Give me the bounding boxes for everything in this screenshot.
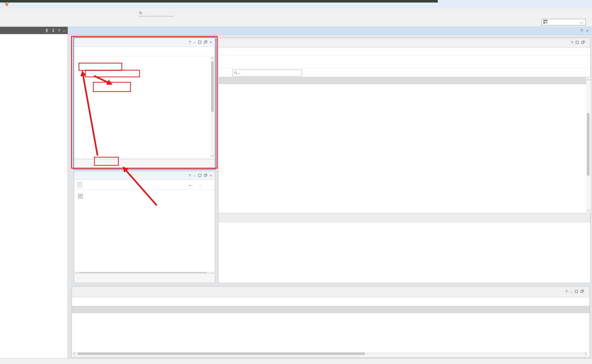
help-icon[interactable]: ? <box>189 173 191 178</box>
forward-arrow-icon[interactable]: → <box>197 182 202 188</box>
properties-title-bar: ?–× <box>74 171 215 180</box>
flow-navigator-header: ? – <box>0 27 68 34</box>
back-arrow-icon[interactable]: ← <box>188 182 193 188</box>
design-runs-panel: ?– <box>72 286 590 357</box>
float-panel-icon[interactable] <box>204 173 207 178</box>
layout-grid-icon <box>543 20 547 25</box>
enabled-checkbox-row[interactable]: ✓ <box>78 193 86 199</box>
minimize-panel-icon[interactable]: – <box>193 40 196 45</box>
window-maximize-button[interactable] <box>568 2 577 7</box>
search-icon <box>139 11 142 15</box>
maximize-panel-icon[interactable] <box>576 40 579 45</box>
ip-catalog-search-row <box>218 68 590 78</box>
help-icon[interactable]: ? <box>189 40 191 45</box>
checkbox-checked-icon[interactable]: ✓ <box>78 194 83 199</box>
close-icon[interactable]: × <box>586 28 589 33</box>
window-close-button[interactable] <box>581 2 589 7</box>
sources-panel: ?–× <box>74 38 215 169</box>
source-file-properties-panel: ?–× ← → ✓ <box>74 171 215 283</box>
design-runs-table <box>72 313 586 351</box>
float-panel-icon[interactable] <box>581 40 585 45</box>
maximize-panel-icon[interactable] <box>575 289 578 294</box>
properties-tab-bar <box>74 273 215 283</box>
float-panel-icon[interactable] <box>580 289 584 294</box>
flow-navigator: ? – <box>0 27 68 358</box>
cores-interfaces-bar <box>218 48 590 56</box>
properties-fields: ✓ <box>74 189 211 272</box>
sources-tree <box>74 57 211 158</box>
minimize-panel-icon[interactable]: – <box>193 173 196 178</box>
minimize-panel-icon[interactable]: – <box>570 289 572 294</box>
quick-access-search[interactable] <box>139 10 174 16</box>
project-manager-header: ?× <box>68 27 592 35</box>
bottom-tab-bar <box>72 287 589 297</box>
maximize-panel-icon[interactable] <box>198 40 201 45</box>
close-panel-icon[interactable]: × <box>210 173 212 178</box>
layout-selector[interactable] <box>541 19 586 25</box>
details-header <box>218 213 590 223</box>
desktop-strip <box>0 0 438 3</box>
sources-toolbar <box>74 47 215 56</box>
status-bar <box>0 358 592 364</box>
file-icon <box>78 182 82 187</box>
design-runs-hscrollbar[interactable] <box>73 352 587 356</box>
sources-scrollbar[interactable] <box>211 57 214 158</box>
collapse-all-icon[interactable] <box>45 28 49 32</box>
search-input[interactable] <box>232 70 302 76</box>
document-tab-bar <box>218 38 590 48</box>
sources-title-bar: ?–× <box>74 38 215 47</box>
search-label <box>223 68 229 77</box>
ip-catalog-panel: ? <box>218 38 591 283</box>
main-toolbar <box>0 17 592 27</box>
design-runs-table-header[interactable] <box>72 306 589 313</box>
minimize-panel-icon[interactable]: – <box>63 28 65 33</box>
help-icon[interactable]: ? <box>58 28 60 33</box>
close-panel-icon[interactable]: × <box>210 40 212 45</box>
help-icon[interactable]: ? <box>571 40 573 45</box>
quick-access-label <box>143 13 145 13</box>
flow-navigator-body <box>0 34 68 358</box>
chevron-down-icon <box>580 20 583 24</box>
sources-tab-bar <box>74 159 215 169</box>
ip-catalog-scrollbar[interactable] <box>586 77 591 213</box>
design-runs-toolbar <box>72 297 589 307</box>
menu-bar <box>0 8 592 17</box>
ip-catalog-tree <box>218 84 586 213</box>
window-minimize-button[interactable] <box>556 2 564 7</box>
help-icon[interactable]: ? <box>580 28 583 33</box>
float-panel-icon[interactable] <box>204 40 207 45</box>
properties-file-row: ← → <box>74 180 215 190</box>
expand-all-icon[interactable] <box>51 28 55 32</box>
ip-catalog-toolbar <box>218 56 590 68</box>
maximize-panel-icon[interactable] <box>198 173 201 178</box>
help-icon[interactable]: ? <box>565 289 567 294</box>
ip-catalog-table-header[interactable] <box>218 77 590 84</box>
